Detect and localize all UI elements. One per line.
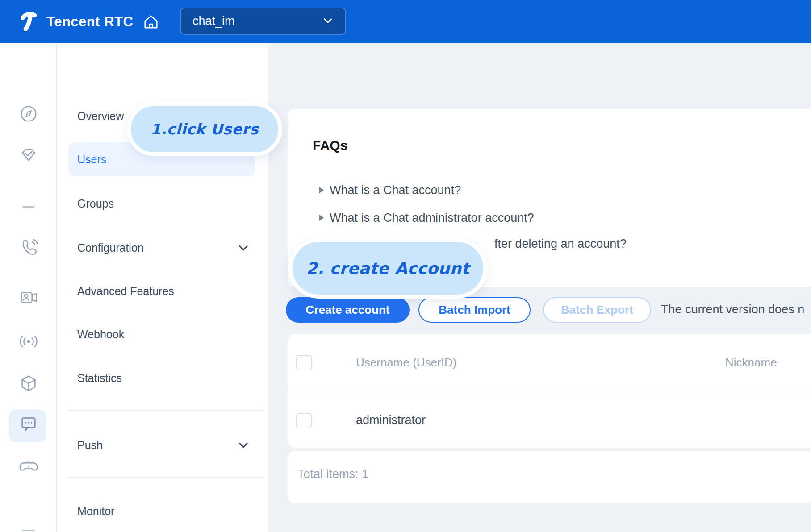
faq-item[interactable]: What is a Chat account?: [319, 182, 461, 198]
faq-question-partially-covered[interactable]: fter deleting an account?: [494, 237, 627, 251]
faq-question: What is a Chat administrator account?: [330, 211, 534, 225]
chat-icon[interactable]: [18, 413, 39, 434]
sidebar-item-label: Push: [77, 439, 103, 452]
sidebar-item-push[interactable]: Push: [77, 428, 238, 462]
sidebar-item-label: Webhook: [77, 328, 124, 341]
select-all-checkbox[interactable]: [296, 355, 312, 370]
faq-question: What is a Chat account?: [330, 183, 461, 197]
compass-icon[interactable]: [18, 103, 39, 125]
batch-export-label: Batch Export: [561, 303, 633, 317]
sidebar-item-advanced-features[interactable]: Advanced Features: [77, 274, 238, 308]
sidebar-item-label: Monitor: [77, 505, 114, 518]
sidebar-item-groups[interactable]: Groups: [77, 187, 238, 220]
create-account-label: Create account: [306, 303, 390, 317]
annotation-step1-text: 1.click Users: [150, 121, 259, 138]
cube-icon[interactable]: [18, 373, 39, 394]
column-header-username[interactable]: Username (UserID): [356, 356, 456, 370]
faq-heading: FAQs: [313, 138, 347, 153]
annotation-step1-bubble: 1.click Users: [127, 102, 282, 156]
batch-import-button[interactable]: Batch Import: [418, 297, 531, 323]
product-icon-rail: [0, 43, 57, 532]
tencent-rtc-logo-icon: [20, 11, 40, 33]
annotation-step2-text: 2. create Account: [306, 259, 469, 278]
sidebar-item-label: Advanced Features: [77, 285, 174, 298]
top-navigation-bar: Tencent RTC chat_im: [0, 0, 811, 43]
brand-name: Tencent RTC: [46, 14, 133, 30]
faq-item[interactable]: What is a Chat administrator account?: [319, 210, 534, 226]
tencent-rtc-console: Tencent RTC chat_im: [0, 0, 811, 532]
rail-divider: [22, 206, 34, 208]
game-controller-icon[interactable]: [18, 455, 39, 477]
app-selector-dropdown[interactable]: chat_im: [180, 8, 346, 35]
triangle-right-icon: [319, 187, 324, 193]
accounts-table: Username (UserID) Nickname administrator: [288, 334, 811, 448]
broadcast-icon[interactable]: [18, 331, 39, 352]
create-account-button[interactable]: Create account: [286, 297, 410, 323]
batch-export-button-disabled: Batch Export: [543, 297, 651, 323]
gem-check-icon[interactable]: [18, 144, 39, 166]
table-footer: Total items: 1: [288, 451, 811, 503]
sidebar-item-monitor[interactable]: Monitor: [77, 494, 238, 528]
total-items-text: Total items: 1: [297, 467, 368, 481]
sidebar-divider: [67, 410, 263, 411]
sidebar-item-label: Configuration: [77, 241, 144, 254]
chevron-down-icon[interactable]: [237, 241, 250, 254]
home-icon[interactable]: [142, 13, 160, 31]
sidebar-item-label: Overview: [77, 110, 124, 123]
brand[interactable]: Tencent RTC: [20, 0, 160, 43]
sidebar-item-label: Statistics: [77, 372, 122, 385]
triangle-right-icon: [319, 215, 324, 221]
sidebar-item-configuration[interactable]: Configuration: [77, 231, 238, 265]
sidebar-item-statistics[interactable]: Statistics: [77, 361, 238, 395]
sidebar-item-label: Groups: [77, 197, 114, 210]
video-camera-icon[interactable]: [18, 287, 39, 308]
annotation-step2-bubble: 2. create Account: [288, 238, 487, 299]
column-header-nickname[interactable]: Nickname: [725, 356, 777, 370]
sidebar-divider: [67, 477, 263, 478]
rail-divider: [22, 530, 34, 531]
sidebar-item-label: Users: [77, 153, 106, 166]
app-selector-value: chat_im: [192, 14, 235, 28]
chevron-down-icon: [322, 15, 334, 28]
batch-import-label: Batch Import: [439, 303, 510, 317]
sidebar-item-webhook[interactable]: Webhook: [77, 317, 238, 351]
table-divider: [288, 391, 811, 391]
row-checkbox[interactable]: [296, 413, 312, 428]
version-note-text: The current version does n: [661, 303, 804, 316]
call-icon[interactable]: [18, 237, 39, 258]
chevron-down-icon[interactable]: [237, 439, 250, 451]
username-cell: administrator: [356, 413, 426, 427]
